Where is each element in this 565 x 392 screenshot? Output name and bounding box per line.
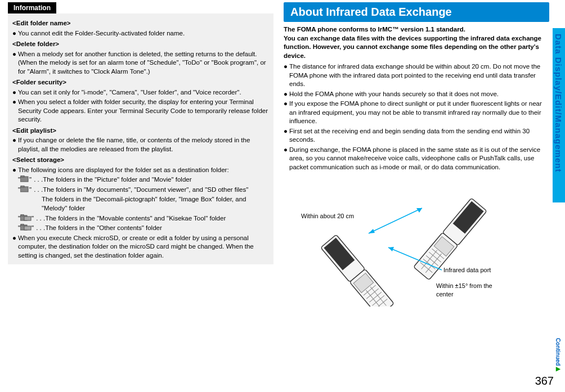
svg-rect-8	[21, 224, 24, 226]
bullet-icon: ●	[284, 100, 289, 109]
body-text: If you expose the FOMA phone to direct s…	[289, 100, 549, 126]
side-section-label: Data Display/Edit/Management	[553, 34, 564, 172]
quote: "	[29, 186, 32, 195]
folder-pair-icon	[20, 224, 32, 231]
edit-folder-name-head: <Edit folder name>	[12, 19, 269, 28]
bullet-icon: ●	[12, 234, 18, 243]
section-title-bar: About Infrared Data Exchange	[284, 2, 549, 22]
icon-description: . . .The folders in "My documents", "Doc…	[34, 186, 248, 195]
folder-security-head: <Folder security>	[12, 78, 269, 87]
icon-description: . . .The folders in the "Movable content…	[36, 214, 226, 223]
info-text: If you change or delete the file name, t…	[18, 136, 269, 154]
svg-line-32	[369, 208, 422, 233]
icon-description: The folders in the "Decomail-pictograph"…	[42, 195, 269, 213]
svg-rect-1	[21, 175, 24, 177]
folder-icon	[20, 175, 29, 182]
bullet-icon: ●	[284, 90, 289, 99]
page-number: 367	[535, 373, 554, 389]
body-text: During exchange, the FOMA phone is place…	[289, 146, 549, 172]
icon-description: . . .The folders in the "Picture" folder…	[34, 175, 191, 184]
delete-folder-head: <Delete folder>	[12, 40, 269, 49]
bullet-icon: ●	[284, 62, 289, 71]
info-text: When a melody set for another function i…	[18, 50, 269, 76]
bullet-icon: ●	[12, 136, 18, 145]
info-text: The following icons are displayed for th…	[18, 166, 269, 175]
body-text: First set at the receiving end and begin…	[289, 127, 549, 145]
quote: "	[32, 224, 34, 233]
info-text: When you execute Check microSD, or creat…	[18, 234, 269, 260]
svg-marker-36	[388, 247, 394, 251]
folder-pair-icon	[20, 214, 32, 221]
bullet-icon: ●	[12, 98, 18, 107]
infrared-diagram: Within about 20 cm Infrared data port Wi…	[304, 177, 529, 307]
svg-rect-5	[21, 214, 24, 216]
svg-rect-3	[21, 186, 24, 187]
bullet-icon: ●	[12, 29, 18, 38]
bullet-icon: ●	[284, 146, 289, 155]
section-intro: The FOMA phone conforms to IrMC™ version…	[284, 25, 549, 60]
diagram-label-port: Infrared data port	[443, 266, 491, 274]
edit-playlist-head: <Edit playlist>	[12, 127, 269, 136]
diagram-label-distance: Within about 20 cm	[301, 212, 354, 220]
bullet-icon: ●	[12, 50, 18, 59]
svg-rect-9	[24, 226, 31, 230]
quote: "	[32, 214, 34, 223]
info-text: You can set it only for "i-mode", "Camer…	[18, 88, 269, 97]
bullet-icon: ●	[284, 127, 289, 136]
icon-description: . . .The folders in the "Other contents"…	[36, 224, 162, 233]
information-tab: Information	[8, 2, 56, 13]
svg-marker-33	[369, 229, 375, 233]
info-text: You cannot edit the Folder-Security-acti…	[18, 29, 269, 38]
svg-rect-6	[24, 217, 31, 220]
continued-arrow-icon: ▶	[555, 366, 561, 372]
body-text: Hold the FOMA phone with your hands secu…	[289, 90, 549, 99]
diagram-label-angle: Within ±15° from the center	[436, 282, 498, 299]
quote: "	[29, 175, 32, 184]
body-text: The distance for infrared data exchange …	[289, 62, 549, 89]
folder-icon	[20, 186, 29, 192]
info-text: When you select a folder with folder sec…	[18, 98, 269, 124]
information-box: <Edit folder name> ●You cannot edit the …	[8, 13, 273, 264]
bullet-icon: ●	[12, 88, 18, 97]
select-storage-head: <Select storage>	[12, 156, 269, 165]
bullet-icon: ●	[12, 166, 18, 175]
continued-indicator: Continued▶	[554, 338, 562, 372]
